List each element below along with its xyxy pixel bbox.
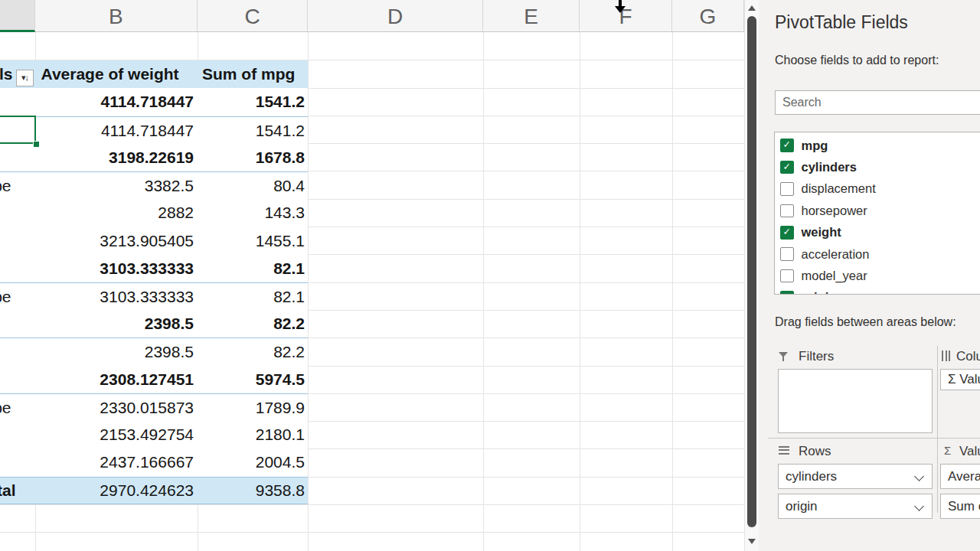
- pivot-row-label-cell[interactable]: [0, 144, 35, 171]
- field-item-model_year[interactable]: model_year: [775, 265, 980, 286]
- pivot-row-label-cell[interactable]: europe: [0, 283, 35, 310]
- avg-weight-cell[interactable]: 2437.166667: [35, 448, 198, 476]
- filters-drop-area[interactable]: [778, 369, 933, 433]
- avg-weight-cell[interactable]: 3103.333333: [35, 283, 198, 310]
- avg-weight-cell[interactable]: 2153.492754: [35, 421, 198, 448]
- pivot-row: 2398.582.2: [0, 310, 308, 337]
- drag-fields-label: Drag fields between areas below:: [775, 315, 956, 329]
- avg-weight-cell[interactable]: 2308.127451: [35, 366, 198, 393]
- pivot-row-label-cell[interactable]: europe: [0, 394, 35, 421]
- sum-mpg-cell[interactable]: 9358.8: [198, 478, 308, 504]
- sum-mpg-cell[interactable]: 1455.1: [198, 227, 308, 255]
- sum-mpg-cell[interactable]: 1541.2: [198, 88, 308, 116]
- sum-mpg-cell[interactable]: 82.2: [198, 310, 308, 337]
- scroll-down-arrow-icon[interactable]: [748, 539, 756, 544]
- selected-cell-outline: [0, 116, 36, 144]
- pivot-row-label-cell[interactable]: [0, 448, 35, 476]
- field-checkbox[interactable]: [780, 247, 794, 261]
- field-label: horsepower: [802, 204, 867, 218]
- scrollbar-thumb[interactable]: [747, 16, 756, 527]
- values-field-average-of-weight[interactable]: Average of weight: [940, 464, 980, 489]
- avg-weight-cell[interactable]: 2398.5: [35, 310, 198, 337]
- avg-weight-cell[interactable]: 3103.333333: [35, 255, 198, 282]
- field-label: displacement: [802, 181, 876, 196]
- avg-weight-header-cell[interactable]: Average of weight: [35, 60, 198, 88]
- sum-mpg-cell[interactable]: 1678.8: [198, 144, 308, 171]
- pivot-row-label-cell[interactable]: [0, 227, 35, 255]
- pivottable-fields-pane: PivotTable Fields Choose fields to add t…: [759, 0, 980, 551]
- chevron-down-icon[interactable]: [914, 471, 924, 481]
- column-header-c[interactable]: C: [198, 0, 308, 32]
- pivot-row-label-cell[interactable]: [0, 199, 35, 227]
- vertical-scrollbar[interactable]: [744, 0, 759, 551]
- gridline-vertical: [672, 32, 673, 551]
- field-item-weight[interactable]: ✓weight: [775, 222, 980, 243]
- avg-weight-cell[interactable]: 4114.718447: [35, 88, 198, 116]
- field-item-displacement[interactable]: displacement: [775, 178, 980, 200]
- sum-mpg-cell[interactable]: 1541.2: [198, 117, 308, 144]
- pivot-row-label-cell[interactable]: europe: [0, 172, 35, 199]
- columns-icon: [942, 350, 951, 361]
- field-item-origin[interactable]: ✓origin: [775, 287, 980, 295]
- avg-weight-cell[interactable]: 2330.015873: [35, 394, 198, 421]
- rows-field-origin[interactable]: origin: [778, 494, 933, 519]
- sum-mpg-cell[interactable]: 82.1: [198, 255, 308, 282]
- field-checkbox[interactable]: ✓: [780, 291, 794, 295]
- pivot-row-label-cell[interactable]: Grand Total: [0, 478, 35, 504]
- sum-mpg-cell[interactable]: 2180.1: [198, 421, 308, 448]
- avg-weight-cell[interactable]: 3382.5: [35, 172, 198, 199]
- column-header-b[interactable]: B: [35, 0, 198, 32]
- gridline-vertical: [483, 32, 484, 551]
- scroll-up-arrow-icon[interactable]: [748, 5, 756, 11]
- search-input[interactable]: [775, 90, 980, 115]
- sum-mpg-cell[interactable]: 1789.9: [198, 394, 308, 421]
- fill-handle[interactable]: [33, 141, 40, 148]
- field-checkbox[interactable]: ✓: [780, 161, 794, 174]
- pivot-row-label-cell[interactable]: [0, 366, 35, 393]
- field-item-mpg[interactable]: ✓mpg: [775, 135, 980, 156]
- column-header-g[interactable]: G: [672, 0, 744, 32]
- field-checkbox[interactable]: ✓: [780, 139, 794, 152]
- pivot-row-label-cell[interactable]: [0, 310, 35, 337]
- sum-mpg-cell[interactable]: 5974.5: [198, 366, 308, 393]
- choose-fields-label: Choose fields to add to report:: [775, 54, 939, 67]
- avg-weight-cell[interactable]: 2970.424623: [35, 478, 198, 504]
- pivot-row-label-cell[interactable]: [0, 255, 35, 282]
- sum-mpg-cell[interactable]: 143.3: [198, 199, 308, 227]
- field-checkbox[interactable]: [780, 269, 794, 283]
- avg-weight-cell[interactable]: 4114.718447: [35, 117, 198, 144]
- row-labels-text: Row Labels: [0, 65, 13, 83]
- avg-weight-cell[interactable]: 3198.22619: [35, 144, 198, 171]
- sum-mpg-cell[interactable]: 82.2: [198, 338, 308, 365]
- chevron-down-icon[interactable]: [914, 501, 924, 511]
- field-checkbox[interactable]: ✓: [780, 226, 794, 240]
- field-item-horsepower[interactable]: horsepower: [775, 200, 980, 221]
- pane-title: PivotTable Fields: [775, 12, 908, 33]
- columns-field-values[interactable]: Σ Values: [940, 369, 980, 390]
- field-item-acceleration[interactable]: acceleration: [775, 243, 980, 265]
- row-labels-sort-filter-button[interactable]: ▾↓: [16, 70, 34, 86]
- rows-field-cylinders[interactable]: cylinders: [778, 464, 933, 489]
- field-checkbox[interactable]: [780, 204, 794, 218]
- spreadsheet-grid[interactable]: B C D E F G Row Labels ▾↓ Average of wei…: [0, 0, 744, 551]
- column-header-d[interactable]: D: [308, 0, 483, 32]
- sum-mpg-cell[interactable]: 2004.5: [198, 448, 308, 476]
- field-checkbox[interactable]: [780, 182, 794, 196]
- sum-mpg-cell[interactable]: 80.4: [198, 172, 308, 199]
- field-item-cylinders[interactable]: ✓cylinders: [775, 156, 980, 178]
- row-labels-header-cell[interactable]: Row Labels ▾↓: [0, 60, 35, 88]
- values-field-sum-of-mpg[interactable]: Sum of mpg: [940, 494, 980, 519]
- column-header-a[interactable]: [0, 0, 35, 32]
- avg-weight-cell[interactable]: 3213.905405: [35, 227, 198, 255]
- pivot-row-label-cell[interactable]: [0, 88, 35, 116]
- field-label: mpg: [802, 139, 828, 153]
- field-label: acceleration: [802, 247, 870, 262]
- sum-mpg-cell[interactable]: 82.1: [198, 283, 308, 310]
- sum-mpg-header-cell[interactable]: Sum of mpg: [198, 60, 308, 88]
- pivot-row: 3198.226191678.8: [0, 144, 308, 171]
- avg-weight-cell[interactable]: 2398.5: [35, 338, 198, 365]
- avg-weight-cell[interactable]: 2882: [35, 199, 198, 227]
- pivot-row-label-cell[interactable]: [0, 421, 35, 448]
- pivot-row-label-cell[interactable]: [0, 338, 35, 365]
- column-header-e[interactable]: E: [483, 0, 580, 32]
